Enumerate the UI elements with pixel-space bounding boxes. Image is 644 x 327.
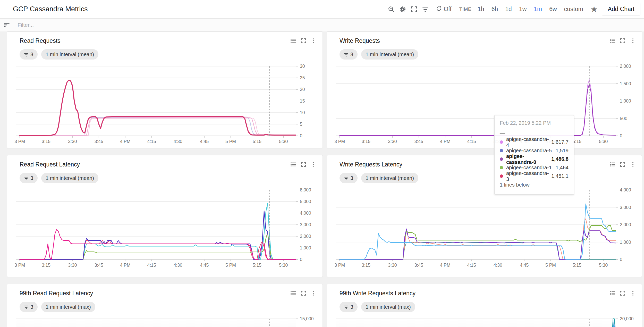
- interval-chip[interactable]: 1 min interval (max): [41, 302, 95, 312]
- expand-icon[interactable]: [617, 289, 628, 298]
- chart-plot-read-request-latency[interactable]: 01,0002,0003,0004,0005,0006,0003 PM3:153…: [7, 185, 323, 270]
- settings-gear-icon[interactable]: [397, 4, 408, 15]
- expand-icon[interactable]: [298, 289, 309, 298]
- interval-chip[interactable]: 1 min interval (mean): [361, 49, 418, 60]
- x-axis-label: 5:30: [599, 263, 608, 268]
- kebab-menu-icon[interactable]: [628, 160, 638, 169]
- y-axis-label: 1,000: [620, 98, 631, 104]
- filter-icon[interactable]: [3, 21, 10, 29]
- add-chart-button[interactable]: Add Chart: [602, 3, 640, 15]
- kebab-menu-icon[interactable]: [628, 289, 638, 298]
- kebab-menu-icon[interactable]: [309, 289, 319, 298]
- chart-title: Read Request Latency: [20, 161, 80, 168]
- x-axis-label: 5:15: [253, 263, 261, 268]
- interval-chip[interactable]: 1 min interval (mean): [361, 173, 418, 183]
- x-axis-label: 3:45: [414, 263, 423, 268]
- filter-count-chip[interactable]: 3: [20, 173, 38, 183]
- series-name: apigee-cassandra-0: [506, 153, 551, 165]
- range-1h[interactable]: 1h: [474, 6, 488, 13]
- chart-canvas[interactable]: 05001,0001,5002,0003 PM3:153:303:454 PM4…: [327, 62, 643, 147]
- expand-icon[interactable]: [617, 160, 628, 169]
- filter-count-chip[interactable]: 3: [340, 173, 358, 183]
- chart-plot-write-requests-latency[interactable]: 01,0002,0003,0004,0003 PM3:153:303:454 P…: [327, 185, 643, 270]
- filter-count-chip[interactable]: 3: [340, 302, 358, 312]
- chart-plot-99th-write-requests-latency[interactable]: 20,0003 PM3:153:303:454 PM4:154:304:455 …: [327, 314, 643, 327]
- x-axis-label: 4 PM: [120, 263, 131, 268]
- series-value: 1,486.8: [551, 156, 569, 162]
- chart-canvas[interactable]: 01,0002,0003,0004,0003 PM3:153:303:454 P…: [327, 185, 643, 270]
- refresh-control[interactable]: Off: [436, 5, 451, 13]
- y-axis-label: 10: [300, 110, 305, 115]
- expand-icon[interactable]: [617, 36, 628, 45]
- filter-count-chip[interactable]: 3: [20, 302, 38, 312]
- range-1m-selected[interactable]: 1m: [530, 6, 546, 13]
- kebab-menu-icon[interactable]: [309, 160, 319, 169]
- chart-card-read-requests: Read Requests 3 1 min interval (mean) 05…: [7, 31, 323, 148]
- interval-chip[interactable]: 1 min interval (max): [361, 302, 415, 312]
- range-custom[interactable]: custom: [561, 6, 587, 13]
- x-axis-label: 3:15: [362, 263, 370, 268]
- y-axis-label: 30: [300, 64, 305, 69]
- range-1w[interactable]: 1w: [515, 6, 530, 13]
- y-axis-label: 4,000: [620, 187, 631, 192]
- x-axis-label: 3:30: [68, 139, 77, 144]
- kebab-menu-icon[interactable]: [309, 36, 319, 45]
- series-color-dot: [500, 166, 503, 169]
- chart-plot-read-requests[interactable]: 0510152025303 PM3:153:303:454 PM4:154:30…: [7, 62, 323, 147]
- chart-plot-write-requests[interactable]: 05001,0001,5002,0003 PM3:153:303:454 PM4…: [327, 62, 643, 147]
- x-axis-label: 3:30: [388, 139, 397, 144]
- x-axis-label: 3 PM: [14, 263, 25, 268]
- range-1d[interactable]: 1d: [502, 6, 515, 13]
- x-axis-label: 5:15: [573, 263, 581, 268]
- star-icon[interactable]: ★: [587, 5, 602, 13]
- filter-input[interactable]: [17, 22, 173, 28]
- legend-list-icon[interactable]: [288, 160, 298, 169]
- fullscreen-icon[interactable]: [408, 4, 420, 15]
- interval-chip[interactable]: 1 min interval (mean): [41, 173, 98, 183]
- chart-card-99th-read-request-latency: 99th Read Request Latency 3 1 min interv…: [7, 284, 323, 327]
- chart-canvas[interactable]: 01,0002,0003,0004,0005,0006,0003 PM3:153…: [7, 185, 323, 270]
- y-axis-label: 5: [300, 122, 302, 127]
- chart-canvas[interactable]: 20,0003 PM3:153:303:454 PM4:154:304:455 …: [327, 314, 643, 327]
- expand-icon[interactable]: [298, 160, 309, 169]
- legend-list-icon[interactable]: [607, 160, 617, 169]
- x-axis-label: 4:15: [467, 139, 476, 144]
- tooltip-timestamp: Feb 22, 2019 5:22 PM: [500, 120, 569, 126]
- y-axis-label: 6,000: [300, 187, 311, 192]
- filter-bar: [0, 19, 644, 31]
- x-axis-label: 5 PM: [225, 139, 236, 144]
- legend-list-icon[interactable]: [607, 289, 617, 298]
- filter-count-chip[interactable]: 3: [340, 49, 358, 60]
- chart-title: Write Requests: [340, 37, 380, 44]
- chart-card-99th-write-requests-latency: 99th Write Requests Latency 3 1 min inte…: [327, 284, 642, 327]
- x-axis-label: 5:30: [279, 263, 288, 268]
- chart-card-write-requests: Write Requests 3 1 min interval (mean) 0…: [327, 31, 642, 148]
- y-axis-label: 15: [300, 98, 305, 104]
- zoom-out-icon[interactable]: [386, 4, 397, 15]
- y-axis-label: 1,000: [300, 245, 311, 250]
- interval-chip[interactable]: 1 min interval (mean): [41, 49, 98, 60]
- x-axis-label: 4 PM: [440, 263, 451, 268]
- legend-list-icon[interactable]: [607, 36, 617, 45]
- y-axis-label: 4,000: [300, 211, 311, 216]
- hover-tooltip: Feb 22, 2019 5:22 PM — apigee-cassandra-…: [494, 115, 574, 195]
- y-axis-label: 25: [300, 75, 305, 80]
- expand-icon[interactable]: [298, 36, 309, 45]
- x-axis-label: 3:45: [95, 263, 103, 268]
- series-value: 1,451.1: [551, 173, 569, 179]
- chart-canvas[interactable]: 15,0003 PM3:153:303:454 PM4:154:304:455 …: [7, 314, 323, 327]
- legend-list-icon[interactable]: [288, 289, 298, 298]
- range-6h[interactable]: 6h: [488, 6, 502, 13]
- chart-plot-99th-read-request-latency[interactable]: 15,0003 PM3:153:303:454 PM4:154:304:455 …: [7, 314, 323, 327]
- legend-list-icon[interactable]: [288, 36, 298, 45]
- series-color-dot: [500, 149, 503, 152]
- y-axis-label: 0: [620, 257, 622, 262]
- kebab-menu-icon[interactable]: [628, 36, 638, 45]
- x-axis-label: 3 PM: [14, 139, 25, 144]
- y-axis-label: 0: [300, 133, 302, 138]
- filter-count-chip[interactable]: 3: [20, 49, 38, 60]
- filter-lines-icon[interactable]: [420, 4, 431, 15]
- tooltip-series-row: apigee-cassandra-31,451.1: [500, 172, 569, 180]
- chart-canvas[interactable]: 0510152025303 PM3:153:303:454 PM4:154:30…: [7, 62, 323, 147]
- range-6w[interactable]: 6w: [546, 6, 560, 13]
